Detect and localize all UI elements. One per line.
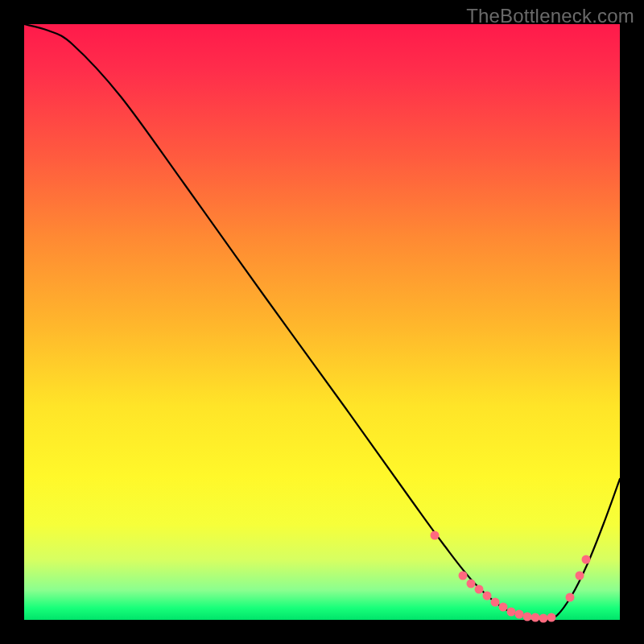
plot-area (24, 24, 620, 620)
curve-marker (523, 613, 532, 621)
curve-marker (431, 531, 440, 540)
marker-layer (431, 531, 591, 623)
bottleneck-curve (24, 24, 620, 619)
curve-marker (582, 555, 591, 564)
curve-marker (507, 608, 516, 617)
curve-marker (515, 610, 524, 619)
curve-marker (499, 603, 508, 612)
curve-marker (576, 572, 584, 580)
chart-svg (24, 24, 620, 620)
curve-marker (491, 598, 500, 607)
curve-marker (459, 572, 468, 580)
curve-marker (531, 613, 540, 622)
curve-marker (539, 614, 548, 623)
curve-marker (475, 585, 484, 594)
chart-stage: TheBottleneck.com (0, 0, 644, 644)
curve-marker (467, 580, 476, 588)
curve-marker (566, 593, 575, 602)
curve-marker (483, 592, 492, 601)
curve-marker (547, 613, 556, 622)
